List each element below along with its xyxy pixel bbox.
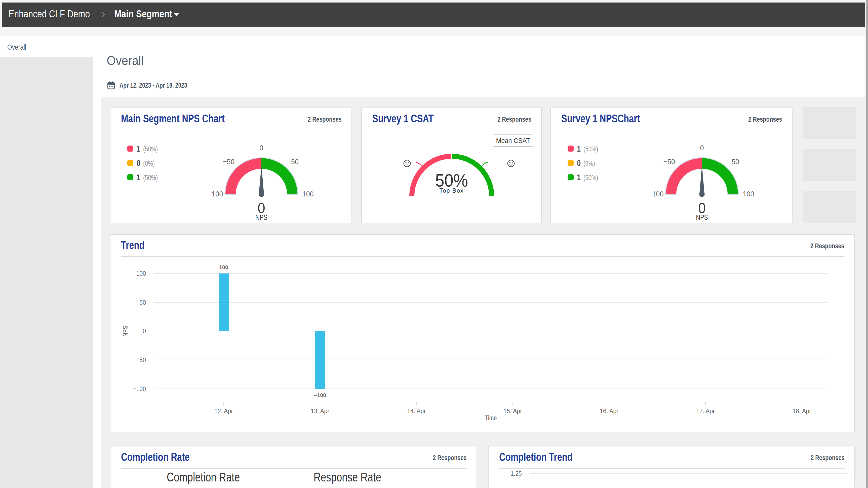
legend-swatch-passives (127, 160, 133, 166)
skeleton-card (803, 149, 856, 181)
x-axis-title: Time (485, 415, 497, 422)
gauge-label-neg50: −50 (223, 157, 235, 166)
x-axis-tick (705, 402, 706, 405)
skeleton-card (803, 107, 856, 139)
date-range-label: Apr 12, 2023 - Apr 18, 2023 (120, 81, 187, 89)
card-title: Completion Rate (121, 452, 190, 463)
legend-pct: (50%) (584, 145, 598, 153)
trend-bar-12apr[interactable] (219, 274, 229, 331)
breadcrumb-dashboard-name[interactable]: Enhanced CLF Demo (8, 9, 90, 19)
legend-count: 0 (136, 158, 141, 168)
bar-data-label: 100 (219, 265, 228, 270)
trend-bar-13apr[interactable] (315, 331, 325, 389)
card-survey1-csat: Survey 1 CSAT 2 Responses Mean CSAT 50% … (361, 108, 542, 223)
mean-csat-button[interactable]: Mean CSAT (493, 135, 533, 147)
sidebar-panel (0, 57, 93, 488)
gridline (154, 273, 828, 274)
x-tick-label: 15. Apr (503, 408, 522, 414)
y-tick-label: 50 (119, 299, 146, 306)
gauge-label-neg100: −100 (648, 190, 664, 198)
sidebar-item-overall[interactable]: Overall (7, 43, 26, 51)
gauge-label-50: 50 (291, 157, 299, 166)
gauge-label-100: 100 (302, 190, 313, 198)
card-title: Survey 1 NPSChart (561, 113, 640, 124)
legend-pct: (0%) (584, 160, 595, 168)
date-range-picker[interactable]: Apr 12, 2023 - Apr 18, 2023 (107, 81, 209, 90)
y-tick-label: −50 (119, 356, 146, 363)
gauge-label-neg50: −50 (663, 157, 675, 166)
card-responses: 2 Responses (308, 116, 342, 123)
scrollbar-thumb[interactable] (866, 0, 868, 488)
chevron-down-icon (173, 13, 179, 16)
top-bar: Enhanced CLF Demo › Main Segment (2, 2, 865, 27)
card-title: Completion Trend (499, 452, 572, 463)
page-title: Overall (107, 54, 144, 67)
gauge-label-100: 100 (743, 190, 754, 198)
card-header-divider (561, 130, 782, 130)
legend-count: 0 (577, 158, 581, 168)
skeleton-card (803, 191, 856, 223)
legend-pct: (50%) (143, 174, 158, 182)
gauge-label-neg100: −100 (208, 190, 223, 198)
card-completion-trend: Completion Trend 2 Responses 1.25 (488, 446, 855, 488)
card-header-divider (121, 130, 342, 130)
legend-swatch-detractors (567, 146, 574, 151)
gridline (154, 331, 828, 331)
csat-right-whisker (482, 162, 488, 166)
card-responses: 2 Responses (748, 116, 782, 123)
bar-data-label: −100 (314, 393, 326, 398)
gridline (154, 302, 828, 303)
gauge-label-0: 0 (700, 144, 704, 152)
legend-count: 1 (136, 172, 141, 182)
gauge-needle (259, 166, 264, 197)
card-title: Main Segment NPS Chart (121, 113, 225, 124)
legend-pct: (50%) (584, 174, 598, 182)
card-completion-rate: Completion Rate 2 Responses Completion R… (110, 446, 477, 488)
x-tick-label: 18. Apr (793, 408, 811, 414)
breadcrumb-chevron-icon: › (96, 8, 111, 19)
legend-swatch-passives (567, 160, 574, 166)
x-tick-label: 13. Apr (311, 408, 329, 414)
legend-item-promoters: 1 (50%) (567, 174, 602, 180)
card-trend: Trend 2 Responses 100 50 0 −50 −100 NPS … (110, 234, 855, 432)
legend-item-passives: 0 (0%) (567, 160, 598, 166)
sad-face-icon (403, 159, 411, 168)
legend-item-detractors: 1 (50%) (127, 146, 162, 151)
x-axis-tick (416, 402, 416, 405)
csat-value: 50% (435, 172, 468, 189)
card-title: Survey 1 CSAT (372, 113, 434, 124)
card-responses: 2 Responses (433, 454, 467, 461)
gridline (154, 389, 828, 389)
gauge-needle (699, 166, 705, 197)
gauge-label-50: 50 (732, 157, 739, 166)
sidebar-gap (93, 97, 101, 488)
legend-swatch-promoters (567, 174, 574, 180)
x-axis-tick (223, 402, 224, 405)
gauge-unit: NPS (696, 214, 708, 221)
legend-item-detractors: 1 (50%) (567, 146, 602, 151)
legend-item-promoters: 1 (50%) (127, 174, 162, 180)
csat-value-label: Top Box (439, 188, 464, 194)
x-tick-label: 12. Apr (214, 408, 233, 414)
card-responses: 2 Responses (810, 242, 844, 250)
legend-count: 1 (136, 144, 141, 153)
card-responses: 2 Responses (497, 116, 531, 123)
dashboard-page: Enhanced CLF Demo › Main Segment Overall… (0, 0, 868, 488)
calendar-icon (107, 81, 115, 89)
x-tick-label: 14. Apr (407, 408, 426, 414)
x-axis-tick (802, 402, 802, 405)
gauge-label-0: 0 (259, 144, 263, 152)
y-axis-title: NPS (122, 319, 129, 343)
x-axis-line (154, 402, 828, 402)
gauge-unit: NPS (255, 214, 268, 221)
segment-selector[interactable]: Main Segment (114, 9, 172, 19)
card-header-divider (121, 468, 467, 469)
y-tick-label: −100 (119, 385, 146, 392)
mean-csat-label: Mean CSAT (496, 137, 530, 145)
card-survey1-nps: Survey 1 NPSChart 2 Responses 1 (50%) 0 … (550, 108, 793, 223)
gridline (530, 473, 847, 473)
x-axis-tick (609, 402, 609, 405)
legend-swatch-detractors (127, 146, 133, 151)
card-responses: 2 Responses (811, 454, 845, 461)
table-header-response-rate: Response Rate (314, 471, 381, 484)
